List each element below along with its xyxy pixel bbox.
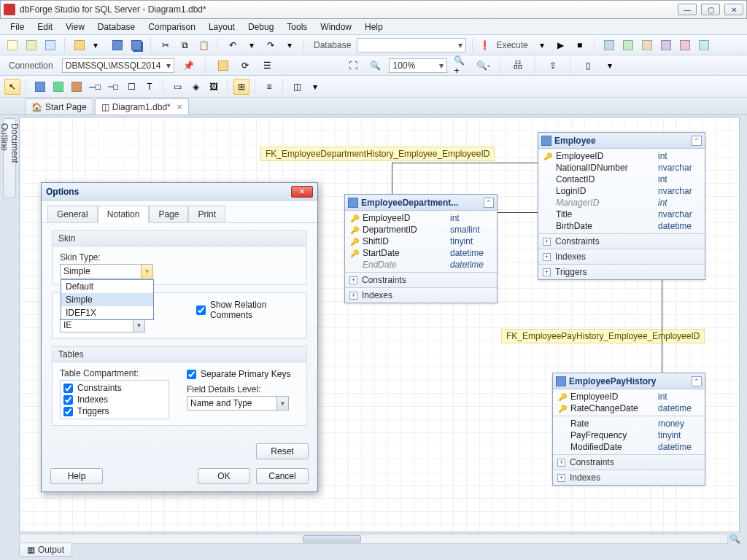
tool-icon-1[interactable] <box>601 37 617 53</box>
tab-notation[interactable]: Notation <box>98 206 150 223</box>
open-icon[interactable] <box>71 37 88 53</box>
fit-icon[interactable]: ⛶ <box>345 58 361 74</box>
pointer-tool-icon[interactable]: ↖ <box>4 79 20 95</box>
horizontal-scrollbar[interactable] <box>19 534 728 544</box>
zoom-region-icon[interactable]: 🔍 <box>367 58 383 74</box>
maximize-button[interactable]: ▢ <box>701 4 720 15</box>
ok-button[interactable]: OK <box>198 468 250 484</box>
add-virtrel-icon[interactable]: ┄□ <box>105 79 121 95</box>
group-dropdown-icon[interactable]: ▾ <box>307 79 323 95</box>
column-row[interactable]: Ratemoney <box>553 418 705 429</box>
skin-type-combo[interactable]: Simple ▼ Default Simple IDEF1X <box>60 264 153 279</box>
export-icon[interactable]: ⇪ <box>545 58 561 74</box>
cut-icon[interactable]: ✂ <box>158 37 174 53</box>
undo-icon[interactable]: ↶ <box>225 37 241 53</box>
copy-icon[interactable]: ⧉ <box>177 37 193 53</box>
output-tab[interactable]: ▦ Output <box>19 542 72 557</box>
entity-employee-pay-history[interactable]: EmployeePayHistory⌃ 🔑EmployeeIDint🔑RateC… <box>552 373 705 486</box>
section-constraints[interactable]: +Constraints <box>345 272 497 287</box>
help-button[interactable]: Help <box>50 468 103 484</box>
notation-combo[interactable]: IE ▼ <box>60 318 145 332</box>
tab-page[interactable]: Page <box>149 206 188 223</box>
add-relation-icon[interactable]: ─□ <box>87 79 103 95</box>
execute-label[interactable]: Execute <box>496 40 527 50</box>
execute-dropdown-icon[interactable]: ▾ <box>534 37 550 53</box>
page-icon[interactable]: ▯ <box>580 58 596 74</box>
column-row[interactable]: Titlenvarchar <box>538 209 705 220</box>
undo-dropdown-icon[interactable]: ▾ <box>244 37 260 53</box>
redo-icon[interactable]: ↷ <box>263 37 279 53</box>
chk-triggers[interactable]: Triggers <box>63 405 166 417</box>
connection-combo[interactable]: DBMSSQL\MSSQL2014 <box>62 58 175 73</box>
snap-grid-icon[interactable]: ⊞ <box>233 79 249 95</box>
refresh-icon[interactable]: ⟳ <box>237 58 253 74</box>
section-triggers[interactable]: +Triggers <box>538 264 705 279</box>
zoom-combo[interactable]: 100% <box>389 58 447 73</box>
new-query-icon[interactable] <box>23 37 39 53</box>
dropdown-arrow-icon[interactable]: ▼ <box>141 265 152 278</box>
column-row[interactable]: 🔑ShiftIDtinyint <box>345 236 497 247</box>
collapse-icon[interactable]: ⌃ <box>692 136 702 146</box>
column-row[interactable]: ManagerIDint <box>538 197 705 209</box>
database-combo[interactable] <box>357 38 466 52</box>
section-indexes[interactable]: +Indexes <box>345 287 497 303</box>
tool-icon-5[interactable] <box>677 37 693 53</box>
container-icon[interactable]: ▭ <box>169 79 185 95</box>
column-row[interactable]: PayFrequencytinyint <box>553 429 705 441</box>
column-row[interactable]: ContactIDint <box>538 174 705 185</box>
column-row[interactable]: EndDatedatetime <box>345 259 497 271</box>
close-tab-icon[interactable]: ✕ <box>177 103 182 111</box>
column-row[interactable]: 🔑EmployeeIDint <box>538 150 705 162</box>
column-row[interactable]: 🔑RateChangeDatedatetime <box>553 402 705 414</box>
tab-print[interactable]: Print <box>188 206 225 223</box>
reset-button[interactable]: Reset <box>256 443 309 459</box>
pin-icon[interactable]: 📌 <box>180 58 196 74</box>
close-button[interactable]: ✕ <box>724 4 743 15</box>
save-all-icon[interactable] <box>128 37 144 53</box>
align-icon[interactable]: ≡ <box>261 79 277 95</box>
section-constraints[interactable]: +Constraints <box>538 233 705 249</box>
tab-start-page[interactable]: 🏠 Start Page <box>25 98 93 114</box>
menu-help[interactable]: Help <box>359 20 389 34</box>
new-diagram-icon[interactable] <box>42 37 58 53</box>
zoom-in-icon[interactable]: 🔍+ <box>453 58 469 74</box>
option-simple[interactable]: Simple <box>61 293 153 306</box>
edit-icon[interactable] <box>215 58 231 74</box>
magnifier-icon[interactable]: 🔍 <box>729 534 741 545</box>
collapse-icon[interactable]: ⌃ <box>484 198 494 208</box>
layout-icon[interactable]: 品 <box>510 58 526 74</box>
debug-run-icon[interactable]: ▶ <box>553 37 569 53</box>
show-relation-comments-checkbox[interactable]: Show Relation Comments <box>196 299 299 321</box>
column-row[interactable]: LoginIDnvarchar <box>538 185 705 197</box>
minimize-button[interactable]: — <box>678 4 697 15</box>
tool-icon-6[interactable] <box>696 37 712 53</box>
menu-tools[interactable]: Tools <box>281 20 313 34</box>
option-default[interactable]: Default <box>61 280 153 293</box>
column-row[interactable]: ModifiedDatedatetime <box>553 441 705 453</box>
tab-general[interactable]: General <box>47 206 98 223</box>
menu-comparison[interactable]: Comparison <box>142 20 201 34</box>
group-icon[interactable]: ◫ <box>289 79 305 95</box>
chk-constraints[interactable]: Constraints <box>63 382 166 394</box>
column-row[interactable]: BirthDatedatetime <box>538 220 705 232</box>
field-details-combo[interactable]: Name and Type ▼ <box>187 396 289 411</box>
redo-dropdown-icon[interactable]: ▾ <box>282 37 298 53</box>
add-note-icon[interactable]: ☐ <box>123 79 139 95</box>
tool-icon-4[interactable] <box>658 37 674 53</box>
add-view-icon[interactable] <box>50 79 66 95</box>
entity-employee[interactable]: Employee⌃ 🔑EmployeeIDintNationalIDNumber… <box>538 132 705 280</box>
tool-icon-3[interactable] <box>639 37 655 53</box>
add-text-icon[interactable]: T <box>142 79 158 95</box>
relation-label-top[interactable]: FK_EmployeeDepartmentHistory_Employee_Em… <box>260 147 495 161</box>
dialog-close-button[interactable]: ✕ <box>291 186 313 198</box>
dropdown-arrow-icon[interactable]: ▼ <box>133 319 144 332</box>
column-row[interactable]: 🔑DepartmentIDsmallint <box>345 224 497 236</box>
dropdown-arrow-icon[interactable]: ▼ <box>276 397 288 410</box>
menu-layout[interactable]: Layout <box>203 20 241 34</box>
relation-label-bottom[interactable]: FK_EmployeePayHistory_Employee_EmployeeI… <box>501 329 705 343</box>
section-indexes[interactable]: +Indexes <box>553 470 705 485</box>
column-row[interactable]: 🔑StartDatedatetime <box>345 247 497 259</box>
cancel-button[interactable]: Cancel <box>256 468 309 484</box>
scrollbar-thumb[interactable] <box>303 535 361 542</box>
page-dropdown-icon[interactable]: ▾ <box>602 58 618 74</box>
